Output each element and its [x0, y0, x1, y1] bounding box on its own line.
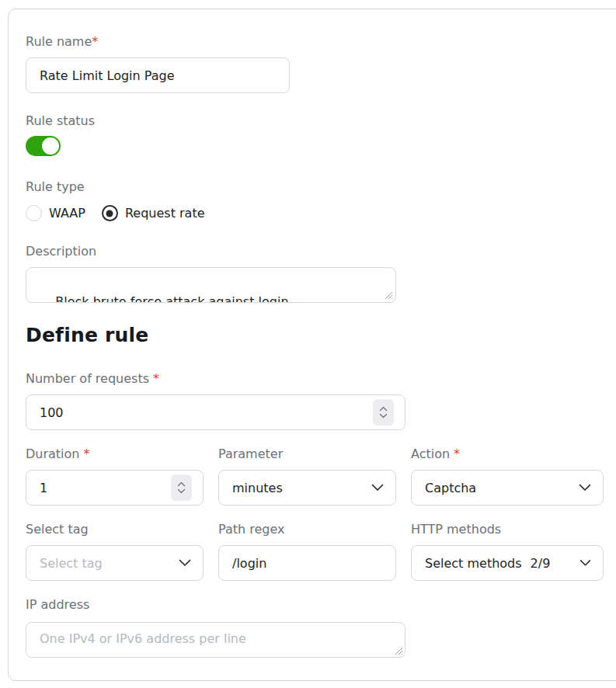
required-asterisk: *: [84, 447, 90, 461]
number-of-requests-label: Number of requests*: [26, 372, 616, 386]
parameter-selected-value: minutes: [232, 481, 283, 495]
parameter-col: Parameter minutes: [218, 447, 396, 506]
path-regex-col: Path regex: [218, 523, 396, 581]
chevron-down-icon: [179, 559, 191, 567]
action-select[interactable]: Captcha: [411, 470, 604, 506]
description-textarea[interactable]: Block brute force attack against login: [26, 267, 396, 303]
radio-circle-icon[interactable]: [26, 205, 42, 221]
duration-stepper[interactable]: [171, 474, 192, 501]
ip-address-field: [26, 622, 405, 658]
chevron-up-icon[interactable]: [379, 406, 388, 412]
http-methods-count-badge: 2/9: [531, 556, 551, 571]
number-of-requests-field: [26, 394, 405, 430]
rule-name-input[interactable]: [26, 57, 290, 93]
tag-path-methods-row: Select tag Select tag Path regex HTTP me…: [26, 523, 616, 581]
rule-status-toggle[interactable]: [26, 136, 61, 156]
select-tag-select[interactable]: Select tag: [26, 545, 204, 581]
http-methods-select[interactable]: Select methods 2/9: [411, 545, 604, 581]
toggle-knob: [42, 137, 59, 155]
radio-option-request-rate[interactable]: Request rate: [102, 205, 205, 221]
chevron-down-icon: [579, 484, 591, 492]
duration-col: Duration*: [26, 447, 204, 506]
action-label: Action*: [411, 447, 604, 461]
define-rule-heading: Define rule: [26, 325, 616, 346]
select-tag-col: Select tag Select tag: [26, 523, 204, 581]
number-of-requests-stepper[interactable]: [373, 399, 394, 426]
duration-label-text: Duration: [26, 447, 80, 461]
http-methods-col: HTTP methods Select methods 2/9: [411, 523, 604, 581]
description-label: Description: [26, 245, 616, 259]
description-segment: login: [254, 294, 288, 303]
chevron-down-icon: [371, 484, 384, 492]
select-tag-placeholder: Select tag: [40, 556, 103, 571]
duration-parameter-action-row: Duration* Parameter minutes Action* Cap: [26, 447, 616, 506]
number-of-requests-label-text: Number of requests: [26, 371, 149, 386]
required-asterisk: *: [153, 371, 159, 386]
chevron-down-icon[interactable]: [177, 488, 186, 494]
number-of-requests-input[interactable]: [26, 395, 405, 429]
parameter-select[interactable]: minutes: [218, 470, 396, 506]
ip-address-textarea[interactable]: [26, 622, 405, 658]
rule-form-card: Rule name* Rule status Rule type WAAP Re…: [8, 9, 616, 681]
duration-label: Duration*: [26, 447, 204, 461]
action-col: Action* Captcha: [411, 447, 604, 506]
radio-option-waap[interactable]: WAAP: [26, 205, 85, 221]
action-label-text: Action: [411, 447, 450, 461]
http-methods-label: HTTP methods: [411, 523, 604, 537]
path-regex-label: Path regex: [218, 523, 396, 537]
chevron-up-icon[interactable]: [177, 481, 186, 487]
rule-name-label-text: Rule name: [26, 34, 92, 49]
rule-type-radio-group: WAAP Request rate: [26, 205, 616, 221]
path-regex-input[interactable]: [218, 545, 396, 581]
ip-address-label: IP address: [26, 598, 616, 612]
parameter-label: Parameter: [218, 447, 396, 461]
chevron-down-icon[interactable]: [379, 413, 388, 419]
radio-circle-checked-icon[interactable]: [102, 205, 118, 221]
rule-name-label: Rule name*: [26, 35, 616, 49]
description-segment: against: [208, 294, 254, 303]
description-segment: attack: [165, 294, 204, 303]
chevron-down-icon: [579, 560, 591, 567]
resize-grip-icon[interactable]: [395, 647, 403, 655]
duration-field: [26, 470, 204, 506]
description-segment: Block: [55, 294, 89, 303]
http-methods-value: Select methods: [425, 556, 522, 571]
resize-grip-icon[interactable]: [385, 291, 393, 300]
rule-status-label: Rule status: [26, 114, 616, 128]
required-asterisk: *: [92, 34, 98, 49]
rule-type-label: Rule type: [26, 180, 616, 194]
description-segment: brute force: [89, 294, 166, 303]
action-selected-value: Captcha: [425, 481, 476, 495]
radio-request-rate-label: Request rate: [125, 206, 205, 221]
required-asterisk: *: [454, 447, 460, 461]
radio-waap-label: WAAP: [49, 206, 85, 221]
select-tag-label: Select tag: [26, 523, 204, 537]
